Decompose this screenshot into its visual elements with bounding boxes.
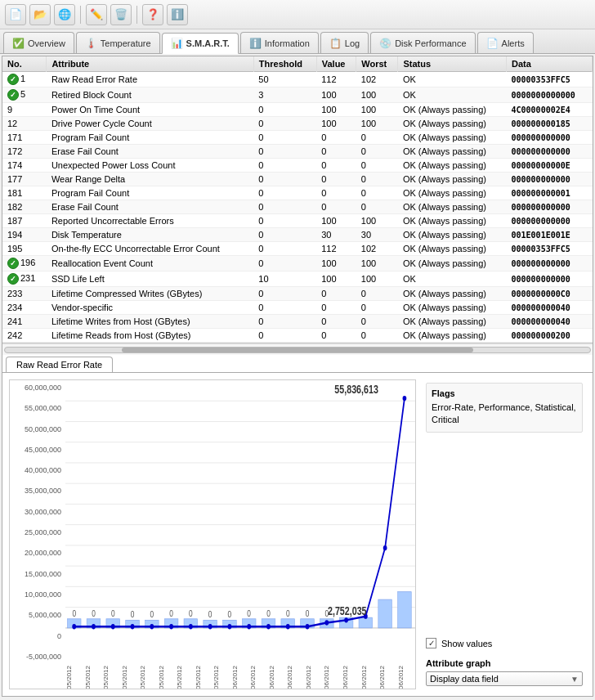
cell-no: 242 — [2, 329, 47, 343]
table-row[interactable]: ✓231SSD Life Left10100100OK000000000000 — [2, 271, 593, 287]
cell-value: 100 — [316, 103, 356, 117]
edit-button[interactable]: ✏️ — [86, 4, 107, 25]
cell-value: 100 — [316, 256, 356, 271]
delete-button[interactable]: 🗑️ — [110, 4, 132, 25]
tab-log[interactable]: 📋 Log — [320, 32, 369, 53]
svg-point-46 — [383, 545, 387, 550]
cell-worst: 100 — [356, 256, 398, 271]
cell-status: OK (Always passing) — [398, 214, 507, 228]
y-axis-label: 30,000,000 — [11, 508, 64, 516]
cell-attribute: Program Fail Count — [47, 131, 253, 145]
y-axis-label: 15,000,000 — [11, 570, 64, 578]
cell-worst: 102 — [356, 72, 398, 88]
cell-value: 112 — [316, 72, 356, 88]
cell-no: ✓5 — [2, 88, 47, 103]
chart-plot-area: 55,836,613 2,752,035 0 0 0 0 0 0 0 0 0 0 — [65, 380, 415, 664]
table-row[interactable]: 234Vendor-specific000OK (Always passing)… — [2, 301, 593, 315]
info-button[interactable]: ℹ️ — [167, 4, 188, 25]
cell-worst: 100 — [356, 103, 398, 117]
cell-data: 001E001E001E — [507, 228, 593, 242]
cell-threshold: 0 — [253, 200, 316, 214]
cell-attribute: Vendor-specific — [47, 301, 253, 315]
cell-status: OK — [398, 88, 507, 103]
table-row[interactable]: 241Lifetime Writes from Host (GBytes)000… — [2, 315, 593, 329]
cell-attribute: Unexpected Power Loss Count — [47, 159, 253, 173]
show-values-checkbox[interactable]: ✓ — [426, 638, 436, 648]
cell-attribute: Drive Power Cycle Count — [47, 117, 253, 131]
cell-status: OK (Always passing) — [398, 242, 507, 256]
globe-button[interactable]: 🌐 — [54, 4, 75, 25]
tabs-bar: ✅ Overview 🌡️ Temperature 📊 S.M.A.R.T. ℹ… — [0, 29, 595, 54]
tab-smart[interactable]: 📊 S.M.A.R.T. — [162, 33, 239, 54]
help-button[interactable]: ❓ — [142, 4, 163, 25]
cell-value: 112 — [316, 242, 356, 256]
x-axis-label: 02/06/2012 — [249, 666, 268, 689]
cell-data: 000000000001 — [507, 186, 593, 200]
table-row[interactable]: ✓5Retired Block Count3100100OK0000000000… — [2, 88, 593, 103]
cell-no: 195 — [2, 242, 47, 256]
table-row[interactable]: 182Erase Fail Count000OK (Always passing… — [2, 200, 593, 214]
table-row[interactable]: 181Program Fail Count000OK (Always passi… — [2, 186, 593, 200]
cell-data: 000000000000 — [507, 145, 593, 159]
chart-tab-label: Raw Read Error Rate — [16, 360, 102, 370]
tab-temperature[interactable]: 🌡️ Temperature — [76, 32, 160, 53]
y-axis-label: 10,000,000 — [11, 590, 64, 599]
main-area: No. Attribute Threshold Value Worst Stat… — [2, 56, 593, 697]
table-row[interactable]: 174Unexpected Power Loss Count000OK (Alw… — [2, 159, 593, 173]
new-button[interactable]: 📄 — [5, 4, 26, 25]
cell-threshold: 0 — [253, 287, 316, 301]
toolbar: 📄 📂 🌐 ✏️ 🗑️ ❓ ℹ️ — [0, 0, 595, 29]
table-row[interactable]: 172Erase Fail Count000OK (Always passing… — [2, 145, 593, 159]
x-axis-label: 10/06/2012 — [397, 666, 416, 689]
svg-rect-27 — [359, 617, 373, 628]
scrollbar-track[interactable] — [4, 347, 591, 353]
cell-data: 00000353FFC5 — [507, 242, 593, 256]
table-row[interactable]: 171Program Fail Count000OK (Always passi… — [2, 131, 593, 145]
cell-status: OK — [398, 72, 507, 88]
table-row[interactable]: 195On-the-fly ECC Uncorrectable Error Co… — [2, 242, 593, 256]
table-row[interactable]: 242Lifetime Reads from Host (GBytes)000O… — [2, 329, 593, 343]
attr-graph-dropdown[interactable]: Display data field ▼ — [426, 671, 583, 686]
cell-worst: 0 — [356, 131, 398, 145]
x-axis-label: 23/05/2012 — [65, 666, 84, 689]
table-container[interactable]: No. Attribute Threshold Value Worst Stat… — [2, 56, 593, 343]
cell-threshold: 0 — [253, 145, 316, 159]
open-button[interactable]: 📂 — [29, 4, 51, 25]
scrollbar-thumb[interactable] — [122, 348, 473, 352]
table-row[interactable]: 9Power On Time Count0100100OK (Always pa… — [2, 103, 593, 117]
tab-alerts[interactable]: 📄 Alerts — [477, 32, 534, 53]
table-row[interactable]: 187Reported Uncorrectable Errors0100100O… — [2, 214, 593, 228]
chart-tab[interactable]: Raw Read Error Rate — [6, 357, 113, 372]
x-axis-label: 31/05/2012 — [212, 666, 231, 689]
table-row[interactable]: 233Lifetime Compressed Writes (GBytes)00… — [2, 287, 593, 301]
svg-point-31 — [92, 624, 96, 629]
cell-data: 000000000040 — [507, 315, 593, 329]
table-row[interactable]: ✓196Reallocation Event Count0100100OK (A… — [2, 256, 593, 271]
table-row[interactable]: 12Drive Power Cycle Count0100100OK (Alwa… — [2, 117, 593, 131]
cell-threshold: 0 — [253, 256, 316, 271]
svg-text:0: 0 — [266, 608, 271, 617]
cell-attribute: On-the-fly ECC Uncorrectable Error Count — [47, 242, 253, 256]
tab-disk-performance[interactable]: 💿 Disk Performance — [370, 32, 475, 53]
tab-log-label: Log — [345, 38, 360, 48]
table-row[interactable]: 177Wear Range Delta000OK (Always passing… — [2, 173, 593, 186]
horizontal-scrollbar[interactable] — [2, 343, 593, 355]
cell-no: 194 — [2, 228, 47, 242]
tab-overview[interactable]: ✅ Overview — [3, 32, 74, 53]
cell-worst: 100 — [356, 88, 398, 103]
tab-information[interactable]: ℹ️ Information — [240, 32, 319, 53]
table-row[interactable]: ✓1Raw Read Error Rate50112102OK00000353F… — [2, 72, 593, 88]
y-axis-label: 25,000,000 — [11, 528, 64, 536]
cell-attribute: Lifetime Reads from Host (GBytes) — [47, 329, 253, 343]
y-axis-label: 55,000,000 — [11, 404, 64, 412]
cell-status: OK (Always passing) — [398, 228, 507, 242]
cell-data: 000000000000 — [507, 256, 593, 271]
flags-content: Error-Rate, Performance, Statistical, Cr… — [432, 402, 577, 427]
cell-no: 177 — [2, 173, 47, 186]
table-row[interactable]: 194Disk Temperature03030OK (Always passi… — [2, 228, 593, 242]
svg-point-36 — [189, 624, 193, 629]
svg-text:0: 0 — [208, 609, 212, 619]
y-axis-label: 40,000,000 — [11, 466, 64, 474]
cell-worst: 0 — [356, 186, 398, 200]
cell-data: 000000000000 — [507, 200, 593, 214]
